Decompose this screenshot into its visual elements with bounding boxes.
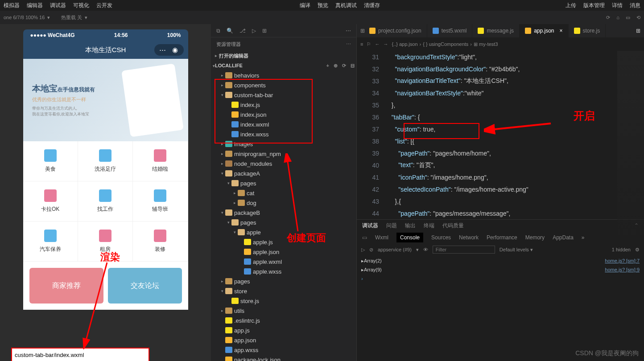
menu-item[interactable]: 可视化 (73, 2, 89, 9)
breadcrumb-item[interactable]: {..} app.json (392, 41, 417, 47)
menu-item[interactable]: 清缓存 (364, 2, 380, 9)
list-icon[interactable]: ≡ (360, 41, 363, 47)
more-icon[interactable]: ⋯ (346, 28, 351, 34)
debug-tab[interactable]: 问题 (386, 222, 397, 230)
filter-input[interactable] (433, 246, 495, 254)
collapse-icon[interactable]: ⊟ (351, 63, 355, 69)
debug-tab[interactable]: 调试器 (362, 222, 378, 230)
devtools-tab[interactable]: Performance (487, 234, 517, 241)
debug-tab[interactable]: 终端 (424, 222, 434, 230)
dropdown-icon[interactable]: ▾ (47, 15, 50, 21)
menu-item[interactable]: 真机调试 (335, 2, 357, 9)
tree-item[interactable]: store.js (211, 296, 356, 306)
tree-item[interactable]: ▸behaviors (211, 70, 356, 80)
tree-item[interactable]: ▾custom-tab-bar (211, 90, 356, 100)
tree-item[interactable]: apple.js (211, 237, 356, 247)
grid-item[interactable]: 卡拉OK (23, 181, 78, 222)
tree-item[interactable]: index.wxss (211, 129, 356, 139)
search-icon[interactable]: 🔍 (227, 28, 233, 34)
menu-item[interactable]: 调试器 (50, 2, 66, 9)
devtools-tab[interactable]: Console (396, 233, 423, 242)
ext-icon[interactable]: ⊞ (262, 28, 267, 34)
toggle-panel-icon[interactable]: ⊞ (357, 28, 364, 34)
gear-icon[interactable]: ⚙ (635, 247, 640, 253)
tree-item[interactable]: apple.wxml (211, 257, 356, 267)
more-icon[interactable]: » (582, 234, 585, 241)
breadcrumb-item[interactable]: { } usingComponents (423, 41, 468, 47)
tree-item[interactable]: apple.json (211, 247, 356, 257)
more-icon[interactable]: ⋯ (346, 41, 351, 47)
bookmark-icon[interactable]: ⚐ (367, 41, 371, 47)
eye-icon[interactable]: 👁 (423, 247, 428, 252)
grid-item[interactable]: 装修 (133, 222, 188, 262)
menu-item[interactable]: 模拟器 (4, 2, 20, 9)
tree-item[interactable]: app.js (211, 325, 356, 335)
inspect-icon[interactable]: ▭ (362, 234, 367, 241)
dropdown-icon[interactable]: ▾ (85, 15, 87, 21)
split-icon[interactable]: ⊞ (636, 28, 644, 34)
play-icon[interactable]: ▷ (361, 247, 365, 253)
home-icon[interactable]: ⌂ (616, 15, 619, 21)
device-icon[interactable]: ▭ (626, 15, 630, 21)
grid-item[interactable]: 洗浴足疗 (78, 141, 133, 181)
debug-tab[interactable]: 代码质量 (442, 222, 464, 230)
files-icon[interactable]: ⧉ (216, 28, 220, 34)
branch-icon[interactable]: ⎇ (239, 28, 246, 34)
levels-select[interactable]: Default levels ▾ (500, 247, 533, 253)
menu-item[interactable]: 云开发 (96, 2, 112, 9)
tree-item[interactable]: ▸images (211, 139, 356, 149)
dropdown-icon[interactable]: ▾ (416, 247, 419, 253)
editor-tab[interactable]: app.json× (520, 24, 568, 37)
editor-tab[interactable]: store.js (569, 24, 606, 37)
tree-item[interactable]: apple.wxss (211, 267, 356, 276)
menu-item[interactable]: 编译 (300, 2, 310, 9)
target-icon[interactable]: ◉ (171, 46, 179, 54)
tree-item[interactable]: ▸utils (211, 306, 356, 316)
tree-item[interactable]: ▾store (211, 286, 356, 296)
grid-item[interactable]: 结婚啦 (133, 141, 188, 181)
capsule[interactable]: ⋯ ◉ (154, 44, 184, 56)
console-row[interactable]: ▸Array(2)home.js? [sm]:7 (361, 256, 640, 265)
menu-dots-icon[interactable]: ⋯ (159, 46, 167, 54)
minimap[interactable] (617, 51, 644, 242)
opened-editors-section[interactable]: ▸打开的编辑器 (211, 51, 356, 61)
rotate-icon[interactable]: ⟲ (636, 15, 640, 21)
editor-tab[interactable]: test5.wxml (427, 24, 473, 37)
refresh-icon[interactable]: ⟳ (606, 15, 610, 21)
breadcrumb[interactable]: {..} app.json›{ } usingComponents›⊞ my-t… (392, 41, 498, 47)
tree-item[interactable]: package-lock.json (211, 355, 356, 361)
tree-item[interactable]: .eslintrc.js (211, 316, 356, 325)
console-row[interactable]: ▸Array(9)home.js? [sm]:9 (361, 265, 640, 274)
devtools-tab[interactable]: Memory (525, 234, 545, 241)
editor-tab[interactable]: message.js (472, 24, 520, 37)
devtools-tab[interactable]: Wxml (375, 234, 388, 241)
menu-item[interactable]: 版本管理 (583, 2, 605, 9)
tree-item[interactable]: app.json (211, 335, 356, 345)
fwd-icon[interactable]: → (383, 41, 388, 47)
tree-item[interactable]: ▸components (211, 80, 356, 90)
editor-tab[interactable]: project.config.json (364, 24, 427, 37)
devtools-tab[interactable]: Sources (431, 234, 451, 241)
devtools-tab[interactable]: Network (459, 234, 479, 241)
menu-item[interactable]: 详情 (612, 2, 623, 9)
grid-item[interactable]: 美食 (23, 141, 78, 181)
tree-item[interactable]: index.wxml (211, 119, 356, 129)
grid-item[interactable]: 找工作 (78, 181, 133, 222)
breadcrumb-item[interactable]: ⊞ my-test3 (474, 41, 498, 47)
menu-item[interactable]: 消息 (630, 2, 640, 9)
code-area[interactable]: 31 "backgroundTextStyle":"light",32 "nav… (357, 51, 644, 219)
context-select[interactable]: appservice (#9) (378, 247, 412, 252)
menu-item[interactable]: 预览 (318, 2, 328, 9)
forum-tab[interactable]: 交友论坛 (108, 268, 182, 304)
debug-icon[interactable]: ▷ (252, 28, 256, 34)
menu-item[interactable]: 上传 (566, 2, 576, 9)
refresh-icon[interactable]: ⟳ (342, 63, 346, 69)
tree-item[interactable]: ▸pages (211, 276, 356, 286)
clear-icon[interactable]: ⊘ (369, 247, 373, 253)
hot-reload[interactable]: 热重载 关 (61, 14, 82, 21)
grid-item[interactable]: 辅导班 (133, 181, 188, 222)
device-info[interactable]: one 6/7/8 100% 16 (4, 15, 45, 20)
close-icon[interactable]: × (560, 28, 563, 34)
tree-item[interactable]: index.json (211, 110, 356, 119)
grid-item[interactable]: 汽车保养 (23, 222, 78, 262)
